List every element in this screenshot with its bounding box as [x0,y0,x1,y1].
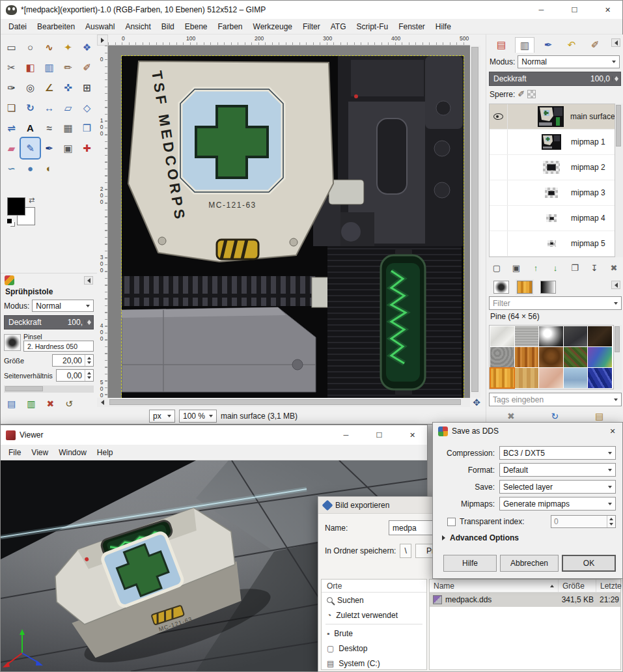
tab-paths[interactable]: ✒ [538,37,558,53]
close-button[interactable]: ✕ [398,425,427,445]
zoom-select[interactable]: 100 % [179,410,217,423]
minimize-button[interactable]: ─ [527,1,556,19]
layer-row[interactable]: mipmap 1 [490,130,615,155]
tab-gradient-preview[interactable] [538,279,558,295]
layer-row[interactable]: mipmap 4 [490,206,615,231]
tab-layers[interactable]: ▤ [491,37,511,53]
tool-perspective[interactable]: ◇ [77,98,96,118]
tool-unified-transform[interactable]: ❒ [77,118,96,138]
pattern-tags-input[interactable]: Tags eingeben [489,393,622,406]
place-system-drive[interactable]: ▤ System (C:) [322,656,426,671]
menu-item[interactable]: Auswahl [80,20,120,33]
column-modified[interactable]: Letzte [596,580,620,592]
tool-ellipse-select[interactable]: ○ [21,37,40,57]
pattern-swatch[interactable] [539,368,563,388]
cancel-button[interactable]: Abbrechen [500,555,559,572]
tool-fuzzy-select[interactable]: ✦ [59,37,77,57]
tool-scale[interactable]: ↔ [40,98,59,118]
refresh-patterns-button[interactable]: ↻ [551,411,559,421]
tool-bucket-fill[interactable]: ◧ [21,57,40,77]
tool-scissors-select[interactable]: ✂ [2,57,21,77]
tool-options-tab-icon[interactable] [5,275,14,285]
pattern-grid-scrollbar[interactable] [614,325,622,389]
pattern-swatch[interactable] [588,347,612,367]
tool-airbrush[interactable]: ✎ [21,138,40,158]
tool-text[interactable]: A [21,118,40,138]
pattern-swatch[interactable] [564,347,588,367]
tool-crop[interactable]: ❏ [2,98,21,118]
menu-item[interactable]: Werkzeuge [248,20,298,33]
tool-shear[interactable]: ▱ [59,98,77,118]
tool-options-scrollbar[interactable] [4,385,94,393]
menu-item[interactable]: Window [53,446,92,459]
tool-heal[interactable]: ✚ [77,138,96,158]
pattern-filter-input[interactable]: Filter [489,296,622,310]
tool-color-picker[interactable]: ✑ [2,77,21,98]
menu-item[interactable]: Filter [298,20,325,33]
layer-mode-select[interactable]: Normal [518,55,620,68]
dock-collapse-button[interactable] [84,276,93,285]
layer-opacity-spinner[interactable] [612,76,620,81]
close-icon[interactable]: ✕ [603,423,622,440]
save-tool-preset-button[interactable]: ▤ [7,399,16,409]
menu-item[interactable]: Hilfe [430,20,456,33]
brush-select[interactable]: 2. Hardness 050 [23,341,94,352]
save-select[interactable]: Selected layer [499,480,616,494]
anchor-layer-button[interactable]: ↧ [585,260,603,275]
pattern-swatch[interactable] [588,326,612,346]
minimize-button[interactable]: ─ [331,425,361,445]
lower-layer-button[interactable]: ↓ [546,260,564,275]
tool-measure[interactable]: ∠ [40,77,59,98]
horizontal-ruler[interactable]: 0 100 200 300 400 500 [108,35,470,46]
raise-layer-button[interactable]: ↑ [527,260,545,275]
menu-item[interactable]: Farben [213,20,248,33]
restore-tool-preset-button[interactable]: ▥ [27,399,35,409]
tool-smudge[interactable]: ∽ [2,158,21,178]
layer-row[interactable]: mipmap 5 [490,231,615,257]
ok-button[interactable]: OK [562,555,616,572]
tool-move[interactable]: ✜ [59,77,77,98]
pattern-swatch[interactable] [564,326,588,346]
file-row[interactable]: medpack.dds 341,5 KB 21:29 [430,593,620,607]
tool-eraser[interactable]: ▰ [2,138,21,158]
menu-item[interactable]: View [26,446,53,459]
default-colors-icon[interactable] [7,219,12,223]
size-spinner[interactable]: 20,00 [52,354,94,367]
menu-item[interactable]: ATG [325,20,352,33]
pattern-swatch[interactable] [515,368,539,388]
viewer-titlebar[interactable]: Viewer ─ ☐ ✕ [1,425,427,445]
help-button[interactable]: Hilfe [443,555,497,572]
tool-zoom[interactable]: ◎ [21,77,40,98]
scroll-left-button[interactable] [97,398,108,407]
canvas-vertical-scrollbar[interactable] [470,46,480,398]
advanced-options-expander[interactable]: Advanced Options [433,533,622,542]
opacity-spinner[interactable] [85,320,93,325]
vertical-ruler[interactable]: 0 100 200 300 400 500 [97,46,108,398]
tool-rotate[interactable]: ↻ [21,98,40,118]
menu-item[interactable]: File [3,446,26,459]
brush-thumbnail[interactable] [4,334,21,351]
tool-blur[interactable]: ● [21,158,40,178]
delete-tool-preset-button[interactable]: ✖ [46,399,54,409]
delete-layer-button[interactable]: ✖ [605,260,623,275]
tool-dodge-burn[interactable]: ◐ [40,158,59,178]
pattern-swatch[interactable] [490,347,514,367]
layer-row[interactable]: main surface [490,104,615,130]
place-bookmark-brute[interactable]: ▪ Brute [322,626,426,641]
menu-item[interactable]: Ebene [180,20,213,33]
layer-row[interactable]: mipmap 3 [490,180,615,206]
tab-pattern-preview[interactable] [515,279,534,295]
tool-pencil[interactable]: ✏ [59,57,77,77]
duplicate-layer-button[interactable]: ❐ [566,260,584,275]
pattern-swatch[interactable] [564,368,588,388]
pattern-swatch[interactable] [515,347,539,367]
gimp-titlebar[interactable]: *[medpack](exportiert)-1.0 (RGB-Farben, … [1,1,622,19]
column-name[interactable]: Name [430,580,559,592]
pattern-swatch[interactable] [539,326,563,346]
menu-item[interactable]: Bearbeiten [32,20,80,33]
tool-rectangle-select[interactable]: ▭ [2,37,21,57]
tool-gradient[interactable]: ▥ [40,57,59,77]
menu-item[interactable]: Fenster [393,20,430,33]
delete-pattern-button[interactable]: ✖ [507,411,515,421]
foreground-background-colors[interactable]: ⇄ [7,197,49,230]
